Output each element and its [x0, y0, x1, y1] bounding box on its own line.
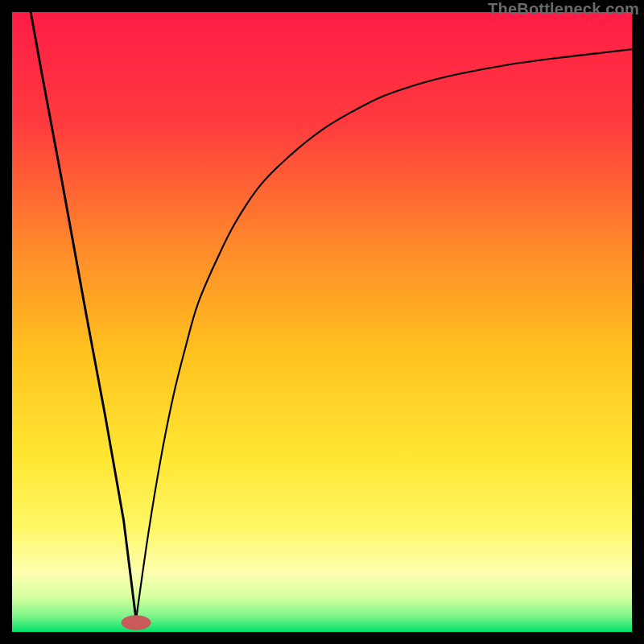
chart-plot-area: [12, 12, 632, 632]
bottleneck-marker: [122, 615, 151, 630]
chart-svg: [12, 12, 632, 632]
attribution-watermark: TheBottleneck.com: [488, 0, 639, 19]
chart-background-gradient: [12, 12, 632, 632]
chart-frame: TheBottleneck.com: [0, 0, 644, 644]
